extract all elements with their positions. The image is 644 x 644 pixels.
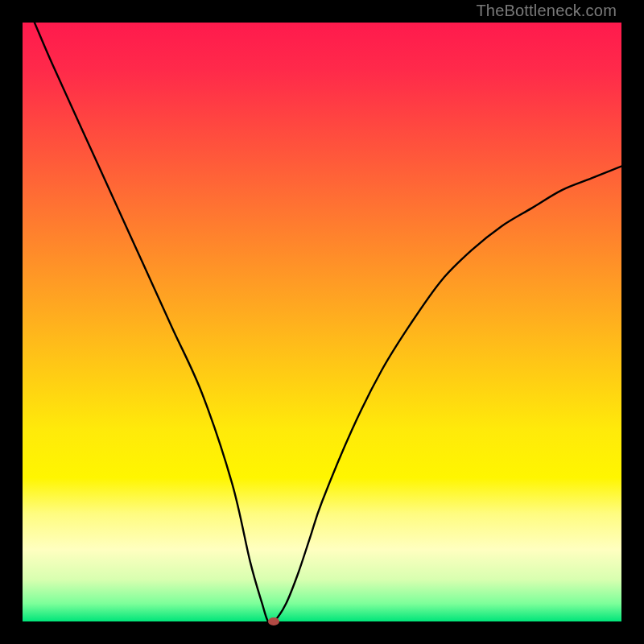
- plot-area: [23, 23, 621, 621]
- curve-svg: [23, 23, 621, 621]
- marker-dot: [268, 617, 279, 625]
- chart-container: TheBottleneck.com: [0, 0, 644, 644]
- watermark-label: TheBottleneck.com: [476, 2, 617, 20]
- bottleneck-curve: [35, 23, 621, 621]
